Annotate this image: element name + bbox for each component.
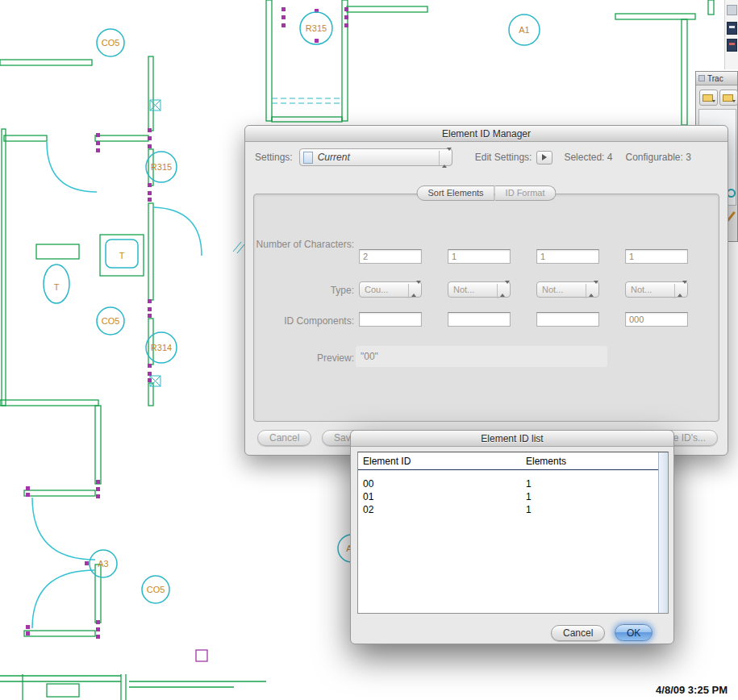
chars-label: Number of Characters: [254,239,354,250]
type-dropdown-3[interactable]: Not... [536,281,599,298]
list-row[interactable]: 00 1 [358,478,658,491]
palette-icon [698,75,705,81]
component-field-4[interactable] [625,312,688,327]
type-dropdown-4[interactable]: Not... [625,281,688,298]
stepper-arrows-icon [497,284,507,298]
cell-elements: 1 [526,491,532,502]
settings-label: Settings: [255,152,293,163]
room-label: CO5 [102,316,120,326]
components-label: ID Components: [254,315,354,327]
ok-button[interactable]: OK [615,624,653,641]
list-row[interactable]: 01 1 [358,491,658,504]
column-element-id: Element ID [363,456,411,467]
room-label: R315 [306,23,327,33]
room-label: CO5 [102,38,120,48]
door-arcs-group [32,142,202,628]
stepper-arrows-icon [586,284,596,298]
tool-icon[interactable] [727,22,737,35]
stepper-arrows-icon [408,284,419,298]
fixture-label: T [119,251,125,260]
dashed-lines-group [272,98,342,103]
plumbing-fixtures-group [36,235,245,303]
zone-marker [196,650,207,661]
cell-element-id: 02 [363,504,373,515]
room-label: A3 [98,559,108,569]
type-dropdown-1[interactable]: Cou... [359,281,422,298]
chevron-down-icon [712,100,715,102]
cell-elements: 1 [526,478,532,490]
element-id-list[interactable]: Element ID Elements 00 1 01 1 02 1 [357,452,669,614]
palette-title: Trac [707,74,723,83]
settings-dropdown[interactable]: Current [299,148,452,166]
chars-field-1[interactable] [359,249,422,264]
component-field-2[interactable] [448,312,511,327]
component-field-3[interactable] [536,312,599,327]
preview-value: "00" [356,346,607,367]
stepper-arrows-icon [674,284,685,298]
element-id-list-dialog: Element ID list Element ID Elements 00 1… [350,430,674,644]
type-value: Not... [631,285,652,294]
id-format-panel: Number of Characters: Type: Cou... Not..… [253,194,719,422]
list-cancel-button[interactable]: Cancel [551,625,605,641]
cell-element-id: 00 [363,478,373,490]
stepper-arrows-icon [439,151,449,165]
cell-elements: 1 [526,504,532,515]
fixture-label: T [54,282,60,292]
settings-value: Current [318,152,350,163]
type-value: Cou... [365,285,388,294]
chars-field-3[interactable] [536,249,599,264]
component-field-1[interactable] [359,312,422,327]
chars-field-4[interactable] [625,249,688,264]
column-elements: Elements [526,456,566,467]
list-header: Element ID Elements [358,452,668,470]
room-label: A1 [519,25,529,35]
list-title: Element ID list [481,433,543,444]
manager-title: Element ID Manager [442,128,531,140]
type-value: Not... [542,285,563,294]
window-edge-toolbar [724,0,738,69]
palette-titlebar[interactable]: Trac [696,72,737,85]
list-rows: 00 1 01 1 02 1 [358,472,658,613]
palette-tool-button-1[interactable] [699,90,718,106]
tab-id-format[interactable]: ID Format [495,185,557,201]
element-id-manager-dialog: Element ID Manager Settings: Current Edi… [244,125,728,456]
preview-label: Preview: [254,352,354,364]
settings-row: Settings: Current Edit Settings: Selecte… [255,148,718,167]
menubar-clock: 4/8/09 3:25 PM [656,684,728,696]
palette-tool-button-2[interactable] [719,90,738,106]
room-label: R314 [151,343,172,352]
type-value: Not... [453,285,474,294]
edit-settings-label: Edit Settings: [475,152,532,163]
settings-doc-icon [303,152,313,164]
list-titlebar[interactable]: Element ID list [351,431,673,447]
list-row[interactable]: 02 1 [358,504,658,517]
edit-settings-button[interactable] [536,151,552,165]
type-label: Type: [254,285,354,296]
tab-bar: Sort Elements ID Format [417,185,557,201]
chars-field-2[interactable] [448,249,511,264]
tool-icon[interactable] [727,39,737,52]
manager-cancel-button[interactable]: Cancel [257,430,311,446]
cell-element-id: 01 [363,491,373,502]
play-icon [542,154,547,160]
room-label: CO5 [147,585,165,594]
app-canvas: CO5 R315 A1 R315 CO5 R314 A3 CO5 A4 T T … [0,0,738,700]
room-label: R315 [151,162,172,172]
tool-icon[interactable] [727,5,737,15]
configurable-count: Configurable: 3 [625,152,690,163]
scrollbar-track[interactable] [658,452,668,613]
selected-count: Selected: 4 [564,152,612,163]
tab-sort-elements[interactable]: Sort Elements [417,185,495,201]
chevron-down-icon [732,100,736,102]
manager-titlebar[interactable]: Element ID Manager [245,126,728,142]
type-dropdown-2[interactable]: Not... [448,281,511,298]
